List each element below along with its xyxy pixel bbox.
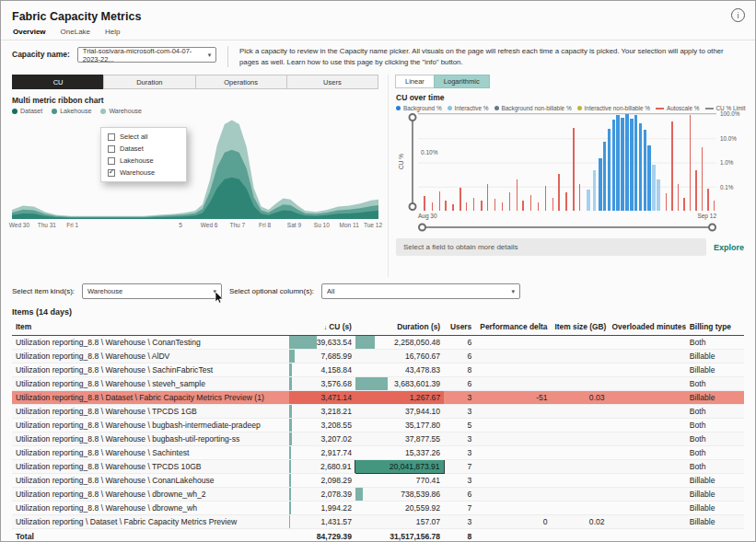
cell-users[interactable]: 3 <box>444 474 475 488</box>
cell-billing-type[interactable]: Both <box>686 419 744 432</box>
cell-users[interactable]: 3 <box>444 432 475 446</box>
cu-bar-auto[interactable] <box>683 198 685 212</box>
cell-item[interactable]: Utilization reporting_8.8 \ Warehouse \ … <box>12 350 289 363</box>
info-icon[interactable]: i <box>731 8 745 22</box>
cu-bar-bg[interactable] <box>599 158 602 212</box>
legend-item-dataset[interactable]: Dataset <box>12 108 42 114</box>
cell-item[interactable]: Utilization reporting_8.8 \ Warehouse \ … <box>12 446 289 460</box>
cu-bar-auto[interactable] <box>552 198 554 212</box>
cell-duration[interactable]: 16,760.67 <box>355 350 444 363</box>
cu-bar-auto[interactable] <box>702 147 704 211</box>
cell-performance-delta[interactable] <box>475 336 551 350</box>
cell-users[interactable]: 7 <box>444 460 475 474</box>
slider-handle-bottom[interactable] <box>408 202 416 211</box>
cu-bar-auto[interactable] <box>459 188 461 211</box>
cell-cu[interactable]: 2,917.74 <box>289 446 355 460</box>
optional-columns-select[interactable]: All ▾ <box>321 283 520 299</box>
cu-bar-auto[interactable] <box>445 201 447 212</box>
scale-button-linear[interactable]: Linear <box>395 75 435 88</box>
cell-overloaded-minutes[interactable] <box>609 474 686 488</box>
cell-item[interactable]: Utilization reporting_8.8 \ Warehouse \ … <box>12 502 289 515</box>
legend-item-background[interactable]: Background % <box>396 105 442 111</box>
cell-duration[interactable]: 2,258,050.48 <box>355 336 444 350</box>
cell-duration[interactable]: 1,267.67 <box>355 391 444 405</box>
cu-bar-int[interactable] <box>657 179 660 212</box>
table-row[interactable]: Utilization reporting_8.8 \ Warehouse \ … <box>12 336 744 350</box>
cell-performance-delta[interactable]: -51 <box>475 391 551 405</box>
cell-billing-type[interactable]: Both <box>686 460 744 474</box>
cu-bar-auto[interactable] <box>494 199 496 212</box>
cell-performance-delta[interactable] <box>475 432 551 446</box>
cu-bar-bg[interactable] <box>625 114 629 211</box>
explore-button[interactable]: Explore <box>714 243 746 252</box>
cell-duration[interactable]: 20,559.92 <box>355 502 444 515</box>
cu-bar-bg[interactable] <box>639 123 643 212</box>
legend-item-background-non-billable[interactable]: Background non-billable % <box>494 105 572 111</box>
scale-button-logarithmic[interactable]: Logarithmic <box>434 75 490 88</box>
slider-handle-top[interactable] <box>408 113 416 121</box>
cell-billing-type[interactable]: Billable <box>686 502 744 515</box>
cu-bar-bg[interactable] <box>621 118 624 212</box>
cu-bar-auto[interactable] <box>502 202 504 211</box>
legend-item-lakehouse[interactable]: Lakehouse <box>52 108 91 114</box>
cell-users[interactable]: 8 <box>444 363 475 377</box>
ribbon-chart[interactable]: Select allDatasetLakehouseWarehouse Wed … <box>12 116 378 236</box>
legend-item-autoscale[interactable]: Autoscale % <box>656 105 700 111</box>
cell-item-size[interactable] <box>551 488 608 502</box>
cell-item-size[interactable] <box>551 419 608 432</box>
cell-billing-type[interactable]: Billable <box>686 363 744 377</box>
cell-item[interactable]: Utilization reporting_8.8 \ Warehouse \ … <box>12 377 289 391</box>
cu-bar-auto[interactable] <box>517 179 518 212</box>
cell-item-size[interactable] <box>551 336 608 350</box>
cell-item[interactable]: Utilization reporting_8.8 \ Warehouse \ … <box>12 488 289 502</box>
cu-bar-auto[interactable] <box>538 202 540 211</box>
cell-performance-delta[interactable] <box>475 474 551 488</box>
cell-overloaded-minutes[interactable] <box>609 446 686 460</box>
cell-overloaded-minutes[interactable] <box>609 460 686 474</box>
cell-overloaded-minutes[interactable] <box>609 502 686 515</box>
cu-bar-bg[interactable] <box>616 115 620 211</box>
metric-tab-cu[interactable]: CU <box>12 75 104 89</box>
table-row[interactable]: Utilization reporting_8.8 \ Warehouse \ … <box>12 432 744 446</box>
checkbox-lakehouse[interactable] <box>108 157 115 165</box>
cell-cu[interactable]: 39,633.54 <box>289 336 355 350</box>
column-header-overloaded-minutes[interactable]: Overloaded minutes <box>609 319 686 336</box>
cell-users[interactable]: 6 <box>444 336 475 350</box>
cu-bar-auto[interactable] <box>565 192 567 211</box>
table-row[interactable]: Utilization reporting_8.8 \ Warehouse \ … <box>12 377 744 391</box>
cell-overloaded-minutes[interactable] <box>609 391 686 405</box>
metric-tab-duration[interactable]: Duration <box>103 75 195 89</box>
cell-item-size[interactable] <box>551 377 608 391</box>
cell-users[interactable]: 6 <box>444 350 475 363</box>
tab-help[interactable]: Help <box>105 28 120 36</box>
table-row[interactable]: Utilization reporting_8.8 \ Warehouse \ … <box>12 460 744 474</box>
cell-cu[interactable]: 7,685.99 <box>289 350 355 363</box>
cu-bar-auto[interactable] <box>452 204 454 211</box>
column-header-users[interactable]: Users <box>444 319 475 336</box>
cu-bar-auto[interactable] <box>481 201 483 212</box>
cell-overloaded-minutes[interactable] <box>609 488 686 502</box>
cu-bar-auto[interactable] <box>714 201 715 212</box>
tab-onelake[interactable]: OneLake <box>61 28 90 36</box>
cell-item-size[interactable] <box>551 502 608 515</box>
cell-performance-delta[interactable] <box>475 405 551 419</box>
cu-bar-auto[interactable] <box>579 184 581 211</box>
cell-cu[interactable]: 2,680.91 <box>289 460 355 474</box>
cell-duration[interactable]: 738,539.86 <box>355 488 444 502</box>
slider-handle-left[interactable] <box>418 223 426 231</box>
cell-users[interactable]: 6 <box>444 377 475 391</box>
table-row[interactable]: Utilization reporting_8.8 \ Warehouse \ … <box>12 502 744 515</box>
cu-bar-auto[interactable] <box>432 202 434 211</box>
checkbox-dataset[interactable] <box>108 145 115 153</box>
cell-cu[interactable]: 3,576.68 <box>289 377 355 391</box>
cell-overloaded-minutes[interactable] <box>609 432 686 446</box>
table-row[interactable]: Utilization reporting_8.8 \ Warehouse \ … <box>12 363 744 377</box>
cell-cu[interactable]: 3,208.55 <box>289 419 355 432</box>
cell-performance-delta[interactable] <box>475 446 551 460</box>
slider-handle-right[interactable] <box>708 223 716 231</box>
cell-billing-type[interactable]: Both <box>686 446 744 460</box>
cell-overloaded-minutes[interactable] <box>609 405 686 419</box>
cu-bar-chart[interactable]: 0.10% <box>418 113 716 211</box>
cell-cu[interactable]: 3,207.02 <box>289 432 355 446</box>
cell-duration[interactable]: 20,041,873.91 <box>355 460 444 474</box>
